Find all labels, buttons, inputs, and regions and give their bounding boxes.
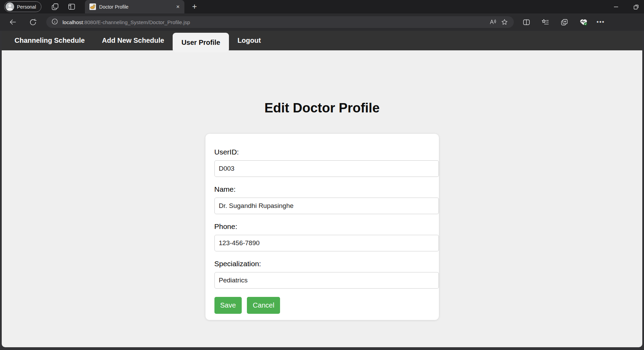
specialization-label: Specialization: xyxy=(214,260,439,268)
phone-label: Phone: xyxy=(214,222,439,231)
page-title: Edit Doctor Profile xyxy=(2,101,642,116)
refresh-icon[interactable] xyxy=(27,16,39,28)
new-tab-icon[interactable]: + xyxy=(189,2,200,12)
url-text[interactable]: localhost:8080/E-channeling_System/Docto… xyxy=(63,19,487,25)
more-menu-icon[interactable]: ••• xyxy=(597,19,605,26)
site-info-icon[interactable] xyxy=(51,18,58,26)
phone-field-group: Phone: xyxy=(214,222,439,251)
favorites-list-icon[interactable] xyxy=(540,16,551,28)
profile-label: Personal xyxy=(17,4,36,10)
url-path: :8080/E-channeling_System/Doctor_Profile… xyxy=(83,19,190,25)
nav-user-profile-active[interactable]: User Profile xyxy=(173,33,229,52)
specialization-field-group: Specialization: xyxy=(214,260,439,289)
form-buttons: Save Cancel xyxy=(214,297,439,314)
page-viewport: Channeling Schedule Add New Schedule Use… xyxy=(2,31,642,347)
profile-button[interactable]: Personal xyxy=(4,1,41,12)
nav-channeling-schedule[interactable]: Channeling Schedule xyxy=(15,37,85,44)
profile-avatar-icon xyxy=(6,2,14,11)
nav-logout[interactable]: Logout xyxy=(238,37,261,44)
tab-title: Doctor Profile xyxy=(99,4,174,10)
favorite-star-icon[interactable] xyxy=(499,16,510,28)
url-host: localhost xyxy=(63,19,83,25)
workspaces-icon[interactable] xyxy=(50,2,60,12)
userid-input[interactable] xyxy=(214,160,439,177)
name-input[interactable] xyxy=(214,198,439,214)
browser-toolbar: localhost:8080/E-channeling_System/Docto… xyxy=(0,13,644,31)
nav-add-new-schedule[interactable]: Add New Schedule xyxy=(102,37,164,44)
toolbar-icon-cluster: ••• xyxy=(521,16,605,28)
browser-tab-bar: Personal Doctor Profile × + xyxy=(0,0,644,13)
browser-essentials-icon[interactable] xyxy=(578,16,589,28)
cancel-button[interactable]: Cancel xyxy=(247,297,280,314)
restore-window-icon[interactable] xyxy=(628,0,644,13)
tomcat-favicon-icon xyxy=(89,3,96,10)
split-screen-icon[interactable] xyxy=(521,16,532,28)
profile-form-card: UserID: Name: Phone: Specialization: Sav… xyxy=(205,134,439,320)
window-controls xyxy=(608,0,644,13)
userid-label: UserID: xyxy=(214,148,439,156)
address-bar[interactable]: localhost:8080/E-channeling_System/Docto… xyxy=(46,16,514,28)
read-aloud-icon[interactable] xyxy=(487,16,499,28)
window-frame: Channeling Schedule Add New Schedule Use… xyxy=(0,31,644,350)
vertical-tabs-icon[interactable] xyxy=(66,2,77,12)
specialization-input[interactable] xyxy=(214,272,439,289)
site-navbar: Channeling Schedule Add New Schedule Use… xyxy=(2,31,642,50)
minimize-icon[interactable] xyxy=(608,0,624,13)
phone-input[interactable] xyxy=(214,235,439,251)
tab-close-icon[interactable]: × xyxy=(174,3,182,11)
back-icon[interactable] xyxy=(7,16,19,28)
save-button[interactable]: Save xyxy=(214,297,242,314)
name-field-group: Name: xyxy=(214,185,439,214)
name-label: Name: xyxy=(214,185,439,193)
browser-tab-doctor-profile[interactable]: Doctor Profile × xyxy=(85,0,184,13)
userid-field-group: UserID: xyxy=(214,148,439,177)
collections-icon[interactable] xyxy=(559,16,570,28)
